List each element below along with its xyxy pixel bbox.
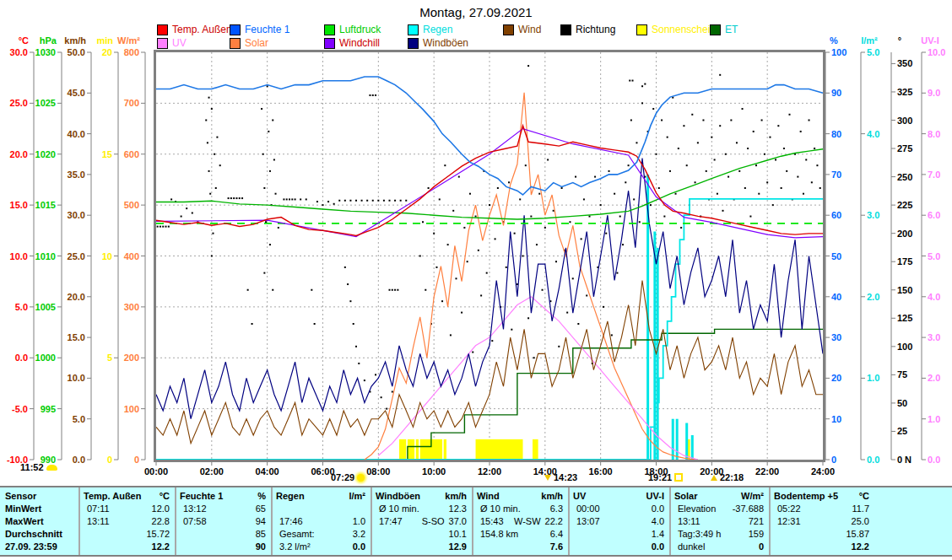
axis-tick-label: 0.0: [73, 455, 85, 465]
table-row-label: Sensor: [5, 490, 76, 503]
axis-tick-label: 0: [134, 455, 139, 465]
table-column-header: Temp. Außen°C: [82, 490, 172, 503]
x-tick-label: 02:00: [200, 466, 224, 477]
axis-tick-label: 4.0: [928, 292, 940, 302]
axis-tick-label: 7.0: [928, 170, 940, 180]
table-cell-row: Ø 10 min.6.3: [475, 503, 565, 515]
axis-tick-label: 1030: [35, 47, 56, 57]
table-column-title: UV: [571, 490, 586, 503]
table-column-separator: [568, 487, 570, 555]
x-tick-label: 10:00: [422, 466, 446, 477]
table-cell-label: [571, 528, 576, 541]
table-cell-label: [374, 541, 379, 553]
axis-: %1009080706050403020100: [825, 35, 847, 465]
rain-bar: [685, 423, 688, 460]
axis-hpa: hPa1030102510201015101010051000995990: [35, 35, 62, 465]
table-column-separator: [472, 487, 473, 555]
gridlines: [156, 52, 823, 460]
table-column-header: SolarW/m²: [673, 490, 766, 503]
table-cell-row: 15.72: [82, 528, 172, 541]
table-cell-row: 00:000.0: [571, 503, 667, 515]
table-cell-value: 159: [749, 528, 766, 541]
table-cell-label: [82, 528, 87, 541]
table-cell-value: 94: [256, 515, 268, 528]
axis-tick-label: 1005: [35, 302, 56, 312]
table-cell-row: 12.2: [772, 541, 872, 553]
table-cell-row: 17:461.0: [274, 515, 368, 528]
table-cell-value: 10.1: [449, 528, 469, 541]
table-cell-label: 05:22: [772, 503, 801, 515]
axis-l-m: l/m²5.04.03.02.01.00.0: [861, 35, 879, 465]
table-cell-value: 3.2: [353, 528, 368, 541]
sunshine-bar: [408, 439, 414, 460]
table-cell-value: 12.3: [449, 503, 469, 515]
table-column-unit: km/h: [445, 490, 469, 503]
sun-below-horizon-icon: [674, 473, 683, 482]
table-sensor-column: SensorMinWertMaxWertDurchschnitt27.09. 2…: [5, 490, 76, 553]
moonrise-annotation: 22:18: [711, 472, 744, 482]
axis-tick-label: 1.0: [867, 373, 879, 383]
table-cell-value: 0.0: [652, 541, 667, 553]
wind-direction-dots: [157, 65, 821, 410]
axis-tick-label: 50: [897, 398, 907, 408]
table-column-unit: %: [257, 490, 268, 503]
table-column-separator: [769, 487, 771, 555]
axis-tick-label: 9.0: [928, 88, 940, 98]
table-cell-value: 0.0: [652, 503, 667, 515]
table-column-unit: W/m²: [741, 490, 766, 503]
axis-tick-label: 400: [124, 251, 139, 261]
weather-chart: °C30.025.020.015.010.05.00.0-5.0-10.0hPa…: [0, 0, 952, 486]
axis-unit: W/m²: [117, 35, 140, 46]
table-column-header: Regenl/m²: [274, 490, 368, 503]
axis-unit: °: [898, 35, 901, 46]
table-cell-label: [178, 541, 183, 553]
axis-tick-label: 0.0: [928, 455, 940, 465]
table-column-wind: Windkm/hØ 10 min.6.315:43W-SW22.2154.8 k…: [475, 490, 565, 553]
axis-tick-label: 20: [102, 47, 112, 57]
sun-icon: [357, 474, 365, 482]
rain-bar: [672, 419, 674, 460]
axis-tick-label: 275: [897, 143, 912, 153]
table-cell-label: Tag:3:49 h: [673, 528, 721, 541]
table-cell-value: 721: [749, 515, 766, 528]
table-cell-row: 05:2211.7: [772, 503, 872, 515]
axis-tick-label: 50.0: [68, 47, 85, 57]
axis-tick-label: 5.0: [928, 251, 940, 261]
sunshine-bar: [399, 439, 406, 460]
axis-tick-label: 300: [897, 116, 912, 126]
table-cell-label: 07:58: [178, 515, 207, 528]
axis-tick-label: 8.0: [928, 129, 940, 139]
table-row-label: MinWert: [5, 503, 76, 515]
axis-tick-label: 0: [831, 455, 836, 465]
weather-day-chart-screen: Montag, 27.09.2021 Temp. AußenFeuchte 1L…: [0, 0, 952, 560]
table-cell-row: 15:43W-SW22.2: [475, 515, 565, 528]
table-column-title: Temp. Außen: [82, 490, 141, 503]
axis-tick-label: 30.0: [10, 47, 28, 57]
table-cell-row: 13:1122.8: [82, 515, 172, 528]
table-cell-value: 0.0: [353, 541, 368, 553]
x-tick-label: 22:00: [755, 466, 779, 477]
table-cell-value: 1.0: [353, 515, 368, 528]
table-cell-row: 154.8 km6.4: [475, 528, 565, 541]
axis-tick-label: 30.0: [68, 210, 85, 220]
axis-tick-label: 200: [124, 353, 139, 363]
axis-tick-label: 0.0: [15, 353, 28, 363]
axis-min: min20151050: [96, 35, 118, 465]
table-column-regen: Regenl/m²17:461.0Gesamt:3.23.2 l/m²0.0: [274, 490, 368, 553]
table-column-windb-en: Windböenkm/hØ 10 min.12.317:47S-SO37.010…: [374, 490, 469, 553]
table-cell-value: 7.6: [550, 541, 565, 553]
axis-tick-label: 40: [831, 292, 841, 302]
sun-cloud-icon: [46, 465, 57, 471]
rain-bar: [657, 248, 659, 460]
table-column-bodentemp-5: Bodentemp +5°C05:2211.712:3125.015.8712.…: [772, 490, 872, 553]
table-cell-value: 37.0: [449, 515, 469, 528]
table-cell-row: 1.4: [571, 528, 667, 541]
table-cell-row: 90: [178, 541, 268, 553]
table-cell-label: [178, 528, 183, 541]
axis-tick-label: 20.0: [68, 292, 85, 302]
table-row-label: MaxWert: [5, 515, 76, 528]
table-cell-value: 22.8: [152, 515, 172, 528]
axis-tick-label: 1020: [35, 149, 56, 159]
table-cell-row: 13:1265: [178, 503, 268, 515]
axis-tick-label: 1025: [35, 98, 56, 108]
